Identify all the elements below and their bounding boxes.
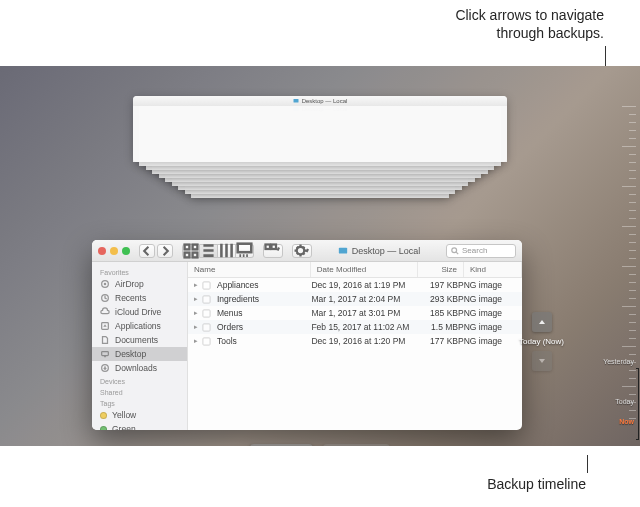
annotation-line	[605, 46, 606, 68]
svg-rect-15	[266, 245, 271, 250]
svg-rect-14	[238, 244, 252, 253]
svg-rect-18	[339, 247, 347, 253]
icloud-icon	[100, 307, 110, 317]
sidebar-header: Tags	[92, 397, 187, 408]
sidebar-item-icloud drive[interactable]: iCloud Drive	[92, 305, 187, 319]
file-name: Tools	[217, 336, 237, 346]
sidebar-header: Favorites	[92, 266, 187, 277]
cancel-button[interactable]: Cancel	[250, 444, 313, 446]
file-name: Ingredients	[217, 294, 259, 304]
search-icon	[451, 247, 459, 255]
file-list: Name Date Modified Size Kind ▸Appliances…	[188, 262, 522, 430]
previous-backup-button[interactable]	[532, 312, 552, 332]
gallery-view-button[interactable]	[236, 244, 254, 258]
svg-rect-9	[293, 99, 298, 103]
sidebar-item-recents[interactable]: Recents	[92, 291, 187, 305]
svg-rect-12	[185, 252, 190, 257]
sidebar-item-desktop[interactable]: Desktop	[92, 347, 187, 361]
annotation-timeline: Backup timeline	[487, 475, 586, 493]
view-switcher[interactable]	[182, 244, 254, 258]
sidebar-header: Devices	[92, 375, 187, 386]
column-view-button[interactable]	[218, 244, 236, 258]
col-name[interactable]: Name	[188, 262, 311, 277]
col-kind[interactable]: Kind	[464, 262, 522, 277]
file-name: Orders	[217, 322, 243, 332]
zoom-button[interactable]	[122, 247, 130, 255]
file-icon	[202, 281, 211, 290]
minimize-button[interactable]	[110, 247, 118, 255]
table-row[interactable]: ▸Ingredients Mar 1, 2017 at 2:04 PM 293 …	[188, 292, 522, 306]
file-icon	[202, 323, 211, 332]
sidebar-item-label: Recents	[115, 293, 146, 303]
restore-button[interactable]: Restore	[323, 444, 390, 446]
svg-rect-24	[102, 352, 109, 356]
svg-rect-28	[203, 309, 210, 316]
documents-icon	[100, 335, 110, 345]
airdrop-icon	[100, 279, 110, 289]
back-button[interactable]	[139, 244, 155, 258]
table-row[interactable]: ▸Tools Dec 19, 2016 at 1:20 PM 177 KB PN…	[188, 334, 522, 348]
file-size: 293 KB	[412, 294, 458, 304]
file-size: 1.5 MB	[412, 322, 458, 332]
forward-button[interactable]	[157, 244, 173, 258]
table-row[interactable]: ▸Orders Feb 15, 2017 at 11:02 AM 1.5 MB …	[188, 320, 522, 334]
sidebar-item-applications[interactable]: Applications	[92, 319, 187, 333]
file-size: 177 KB	[412, 336, 458, 346]
file-date: Mar 1, 2017 at 2:04 PM	[311, 294, 412, 304]
svg-point-19	[452, 247, 457, 252]
traffic-lights	[98, 247, 130, 255]
list-view-button[interactable]	[200, 244, 218, 258]
sidebar-tag-yellow[interactable]: Yellow	[92, 408, 187, 422]
icon-view-button[interactable]	[182, 244, 200, 258]
file-kind: PNG image	[458, 294, 516, 304]
file-icon	[202, 309, 211, 318]
sidebar-item-label: iCloud Drive	[115, 307, 161, 317]
svg-rect-29	[203, 323, 210, 330]
file-date: Mar 1, 2017 at 3:01 PM	[311, 308, 412, 318]
sidebar-item-label: AirDrop	[115, 279, 144, 289]
sidebar-item-label: Downloads	[115, 363, 157, 373]
svg-rect-11	[193, 244, 198, 249]
svg-rect-30	[203, 337, 210, 344]
sidebar-item-airdrop[interactable]: AirDrop	[92, 277, 187, 291]
finder-window: Desktop — Local Search FavoritesAirDropR…	[92, 240, 522, 430]
arrange-button[interactable]	[263, 244, 283, 258]
sidebar: FavoritesAirDropRecentsiCloud DriveAppli…	[92, 262, 188, 430]
file-date: Feb 15, 2017 at 11:02 AM	[311, 322, 412, 332]
sidebar-item-downloads[interactable]: Downloads	[92, 361, 187, 375]
downloads-icon	[100, 363, 110, 373]
column-headers[interactable]: Name Date Modified Size Kind	[188, 262, 522, 278]
titlebar: Desktop — Local Search	[92, 240, 522, 262]
annotation-navigate: Click arrows to navigate through backups…	[455, 6, 604, 42]
sidebar-item-label: Desktop	[115, 349, 146, 359]
file-name: Menus	[217, 308, 243, 318]
search-field[interactable]: Search	[446, 244, 516, 258]
file-icon	[202, 295, 211, 304]
file-kind: PNG image	[458, 336, 516, 346]
tag-yellow	[100, 412, 107, 419]
svg-rect-10	[185, 244, 190, 249]
file-kind: PNG image	[458, 308, 516, 318]
recents-icon	[100, 293, 110, 303]
sidebar-item-documents[interactable]: Documents	[92, 333, 187, 347]
desktop-icon	[100, 349, 110, 359]
sidebar-tag-green[interactable]: Green	[92, 422, 187, 430]
table-row[interactable]: ▸Appliances Dec 19, 2016 at 1:19 PM 197 …	[188, 278, 522, 292]
file-name: Appliances	[217, 280, 259, 290]
file-size: 185 KB	[412, 308, 458, 318]
current-backup-label: Today (Now)	[519, 337, 564, 346]
col-size[interactable]: Size	[418, 262, 464, 277]
sidebar-item-label: Documents	[115, 335, 158, 345]
svg-rect-26	[203, 281, 210, 288]
file-kind: PNG image	[458, 322, 516, 332]
file-date: Dec 19, 2016 at 1:19 PM	[311, 280, 412, 290]
file-date: Dec 19, 2016 at 1:20 PM	[311, 336, 412, 346]
svg-point-17	[297, 247, 305, 255]
tag-green	[100, 426, 107, 431]
col-date[interactable]: Date Modified	[311, 262, 418, 277]
table-row[interactable]: ▸Menus Mar 1, 2017 at 3:01 PM 185 KB PNG…	[188, 306, 522, 320]
close-button[interactable]	[98, 247, 106, 255]
file-icon	[202, 337, 211, 346]
action-button[interactable]	[292, 244, 312, 258]
next-backup-button[interactable]	[532, 351, 552, 371]
